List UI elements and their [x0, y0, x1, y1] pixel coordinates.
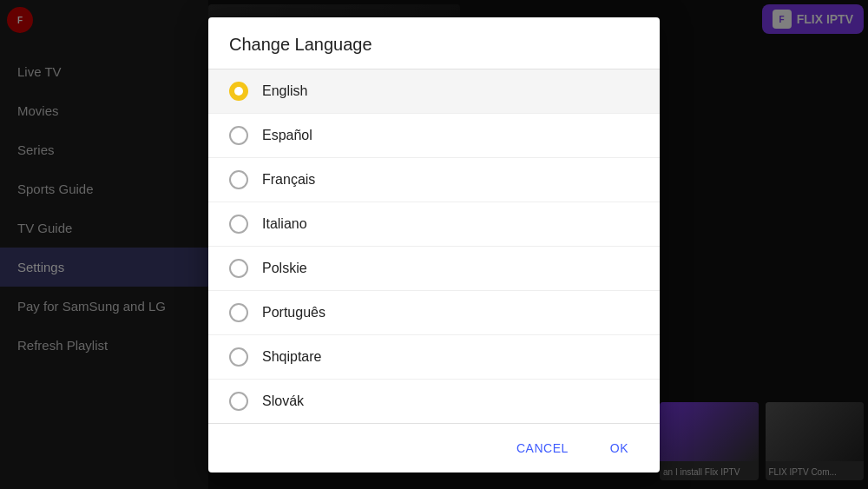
- language-option-português[interactable]: Português: [208, 291, 660, 335]
- dialog-footer: CANCEL OK: [208, 423, 660, 472]
- dialog-backdrop: Change Language EnglishEspañolFrançaisIt…: [0, 0, 868, 489]
- radio-shqiptare: [229, 347, 248, 367]
- language-label-shqiptare: Shqiptare: [262, 349, 322, 365]
- change-language-dialog: Change Language EnglishEspañolFrançaisIt…: [208, 17, 660, 472]
- cancel-button[interactable]: CANCEL: [499, 433, 586, 464]
- language-label-slovák: Slovák: [262, 393, 304, 409]
- radio-español: [229, 126, 248, 145]
- radio-português: [229, 303, 248, 322]
- language-label-italiano: Italiano: [262, 216, 307, 232]
- language-option-español[interactable]: Español: [208, 114, 660, 158]
- language-option-italiano[interactable]: Italiano: [208, 202, 660, 247]
- language-option-shqiptare[interactable]: Shqiptare: [208, 335, 660, 380]
- language-option-français[interactable]: Français: [208, 158, 660, 202]
- language-option-english[interactable]: English: [208, 69, 660, 114]
- dialog-body[interactable]: EnglishEspañolFrançaisItalianoPolskiePor…: [208, 69, 660, 423]
- language-label-español: Español: [262, 128, 312, 143]
- radio-slovák: [229, 392, 248, 411]
- language-label-português: Português: [262, 305, 326, 320]
- radio-polskie: [229, 259, 248, 278]
- language-label-english: English: [262, 83, 307, 99]
- ok-button[interactable]: OK: [593, 433, 646, 464]
- dialog-title: Change Language: [208, 17, 660, 69]
- radio-inner-english: [234, 87, 243, 96]
- language-label-français: Français: [262, 172, 315, 188]
- radio-italiano: [229, 215, 248, 234]
- language-option-polskie[interactable]: Polskie: [208, 247, 660, 291]
- language-option-slovák[interactable]: Slovák: [208, 380, 660, 423]
- language-label-polskie: Polskie: [262, 261, 307, 276]
- radio-english: [229, 82, 248, 101]
- radio-français: [229, 170, 248, 189]
